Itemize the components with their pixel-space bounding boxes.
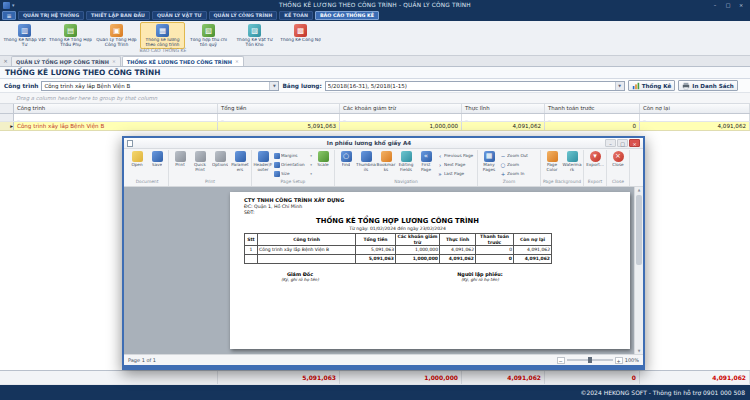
document-tab[interactable]: QUẢN LÝ TỔNG HỢP CÔNG TRÌNH	[11, 56, 121, 66]
toolbar-menu-item[interactable]: Size ▾	[273, 169, 313, 178]
grid-cell[interactable]: 1,000,000	[340, 122, 462, 130]
toolbar-button[interactable]: « First Page	[416, 150, 436, 172]
toolbar-button[interactable]: ○ Find	[336, 150, 356, 172]
toolbar-menu-item[interactable]: + Zoom In	[499, 169, 539, 178]
grid-data-row[interactable]: Công trình xây lắp Bệnh Viện B5,091,0631…	[0, 122, 750, 131]
close-tab-icon[interactable]	[235, 59, 239, 64]
scroll-down-icon[interactable]: ▼	[635, 348, 643, 354]
ribbon-tab[interactable]: QUẢN LÝ VẬT TƯ	[152, 11, 206, 20]
toolbar-button[interactable]: ▦ Many Pages	[479, 150, 499, 172]
toolbar-button[interactable]: Parameters	[230, 150, 250, 172]
grid-header-cell[interactable]: Thực lĩnh	[462, 104, 545, 113]
grid-filter-cell[interactable]	[545, 114, 640, 121]
grid-filter-cell[interactable]	[218, 114, 340, 121]
grid-footer-total: 0	[545, 371, 640, 384]
ribbon-button[interactable]: ▨ Thống Kê Vật Tư Tồn Kho	[232, 22, 277, 49]
report-address: ĐC: Quận 1, Hồ Chí Minh	[244, 204, 302, 209]
scrollbar-thumb[interactable]	[636, 195, 642, 265]
close-tab-icon[interactable]	[112, 59, 116, 64]
toolbar-button[interactable]: Open	[127, 150, 147, 168]
window-title: THỐNG KÊ LƯƠNG THEO CÔNG TRÌNH - QUẢN LÝ…	[0, 2, 750, 8]
preview-titlebar[interactable]: In phiếu lương khổ giấy A4 – □ ×	[124, 138, 643, 149]
filter-funnel-icon[interactable]	[643, 120, 646, 121]
grid-cell[interactable]: 0	[545, 122, 640, 130]
grid-cell[interactable]: 5,091,063	[218, 122, 340, 130]
grid-filter-cell[interactable]	[462, 114, 545, 121]
toolbar-button[interactable]: Scale	[313, 150, 333, 168]
toolbar-button[interactable]: Header/Footer	[253, 150, 273, 172]
ribbon-button[interactable]: ▣ Quản Lý Tổng Hợp Công Trình	[94, 22, 139, 49]
minimize-button[interactable]: –	[709, 1, 721, 9]
toolbar-menu-item[interactable]: ○ Zoom	[499, 160, 539, 169]
preview-close-button[interactable]: ×	[629, 139, 640, 147]
toolbar-button[interactable]: Page Color	[542, 150, 562, 172]
maximize-button[interactable]: □	[722, 1, 734, 9]
grid-cell[interactable]: 4,091,062	[462, 122, 545, 130]
ribbon-button[interactable]: ▦ Thống kê lương theo công trình	[140, 22, 185, 49]
project-combobox[interactable]: Công trình xây lắp Bệnh Viện B ▼	[41, 81, 279, 91]
toolbar-button[interactable]: × Close	[608, 150, 628, 168]
ribbon-tab[interactable]: QUẢN LÝ CÔNG TRÌNH	[209, 11, 278, 20]
grid-header-cell[interactable]: Thanh toán trước	[545, 104, 640, 113]
chevron-down-icon[interactable]: ▼	[269, 82, 278, 90]
payroll-combobox[interactable]: 5/2018(16-31), 5/2018(1-15) ▼	[325, 81, 625, 91]
filter-funnel-icon[interactable]	[343, 120, 346, 121]
grid-filter-cell[interactable]	[14, 114, 218, 121]
ribbon-tab[interactable]: QUẢN TRỊ HỆ THỐNG	[18, 11, 84, 20]
zoom-out-button[interactable]: −	[557, 357, 565, 364]
grid-header-cell[interactable]: Còn nợ lại	[640, 104, 750, 113]
grid-header-cell[interactable]: Các khoản giảm trừ	[340, 104, 462, 113]
document-tab[interactable]: THỐNG KÊ LƯƠNG THEO CÔNG TRÌNH	[122, 56, 244, 66]
report-total-cell: 1,000,000	[396, 255, 440, 264]
print-list-button[interactable]: In Danh Sách	[678, 80, 737, 91]
report-page: CTY TNHH CÔNG TRÌNH XÂY DỰNG ĐC: Quận 1,…	[230, 192, 630, 349]
toolbar-button[interactable]: Save	[147, 150, 167, 168]
ribbon-tab[interactable]: BÁO CÁO THỐNG KÊ	[315, 11, 379, 20]
toolbar-button[interactable]: Quick Print	[190, 150, 210, 172]
grid-filter-cell[interactable]	[340, 114, 462, 121]
ribbon-button[interactable]: ▤ Thống Kê Tổng Hợp Thầu Phụ	[48, 22, 93, 49]
ribbon-tab[interactable]: KẾ TOÁN	[279, 11, 313, 20]
filter-funnel-icon[interactable]	[548, 120, 551, 121]
zoom-slider[interactable]	[567, 359, 613, 361]
grid-filter-cell[interactable]	[640, 114, 750, 121]
toolbar-button[interactable]: Thumbnails	[356, 150, 376, 172]
grid-header-cell[interactable]: Tổng tiền	[218, 104, 340, 113]
toolbar-menu-item[interactable]: Margins ▾	[273, 151, 313, 160]
statistics-button[interactable]: Thống Kê	[628, 80, 676, 91]
app-menu-button[interactable]: ≡	[2, 11, 16, 20]
toolbar-menu-item[interactable]: › Next Page	[436, 160, 476, 169]
filter-funnel-icon[interactable]	[221, 120, 224, 121]
close-tab-icon[interactable]	[1, 57, 10, 66]
zoom-slider-thumb[interactable]	[588, 357, 592, 363]
toolbar-button[interactable]: Editing Fields	[396, 150, 416, 172]
ribbon-button[interactable]: ▥ Thống Kê Nhập Vật Tư	[2, 22, 47, 49]
toolbar-button[interactable]: Watermark	[562, 150, 582, 172]
toolbar-button[interactable]: Bookmarks	[376, 150, 396, 172]
preview-canvas[interactable]: CTY TNHH CÔNG TRÌNH XÂY DỰNG ĐC: Quận 1,…	[124, 187, 643, 354]
preview-minimize-button[interactable]: –	[605, 139, 616, 147]
chevron-down-icon[interactable]: ▼	[615, 82, 624, 90]
preview-maximize-button[interactable]: □	[617, 139, 628, 147]
grid-cell[interactable]: 4,091,062	[640, 122, 750, 130]
filter-funnel-icon[interactable]	[465, 120, 468, 121]
grid-header-cell[interactable]: Công trình	[14, 104, 218, 113]
toolbar-group-label: Page Background	[542, 179, 582, 186]
toolbar-menu-item[interactable]: ‹ Previous Page	[436, 151, 476, 160]
preview-vertical-scrollbar[interactable]: ▲ ▼	[634, 187, 643, 354]
toolbar-button[interactable]: ▾ Export...	[585, 150, 605, 168]
ribbon-button[interactable]: ▩ Thống Kê Công Nợ	[278, 22, 323, 49]
close-button[interactable]: ×	[735, 1, 747, 9]
toolbar-menu-item[interactable]: » Last Page	[436, 169, 476, 178]
toolbar-menu-item[interactable]: − Zoom Out	[499, 151, 539, 160]
ribbon-tab[interactable]: THIẾT LẬP BAN ĐẦU	[86, 11, 150, 20]
zoom-in-button[interactable]: +	[615, 357, 623, 364]
toolbar-menu-item[interactable]: Orientation ▾	[273, 160, 313, 169]
grid-group-panel[interactable]: Drag a column header here to group by th…	[0, 93, 750, 104]
grid-cell[interactable]: Công trình xây lắp Bệnh Viện B	[14, 122, 218, 130]
toolbar-button[interactable]: Options	[210, 150, 230, 168]
ribbon-button[interactable]: ▧ Tổng hợp thu chi tồn quỹ	[186, 22, 231, 49]
scroll-up-icon[interactable]: ▲	[635, 187, 643, 193]
filter-funnel-icon[interactable]	[17, 120, 20, 121]
toolbar-button[interactable]: Print	[170, 150, 190, 168]
